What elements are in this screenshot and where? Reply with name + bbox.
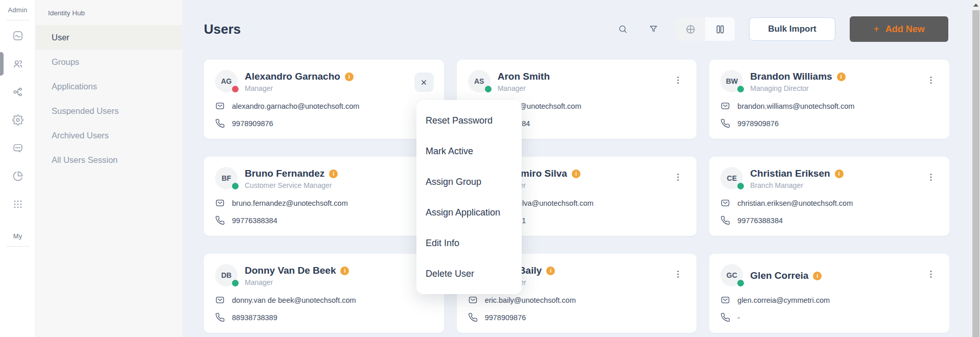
add-new-button[interactable]: + Add New <box>850 16 948 42</box>
menu-item[interactable]: Edit Info <box>416 228 522 258</box>
kebab-menu-icon[interactable] <box>922 265 940 283</box>
apps-icon[interactable] <box>12 198 24 210</box>
phone-row: - <box>720 312 939 322</box>
sidebar-item[interactable]: User <box>36 25 182 50</box>
sidebar-item[interactable]: Archived Users <box>36 123 182 148</box>
close-icon[interactable] <box>414 73 434 92</box>
info-badge-icon: i <box>546 267 555 275</box>
phone-icon <box>215 312 225 322</box>
rail-active-indicator <box>0 52 4 76</box>
sidebar-item-label: Groups <box>52 57 79 67</box>
avatar: GC <box>720 264 743 286</box>
envelope-icon <box>720 198 730 208</box>
menu-item[interactable]: Assign Group <box>416 166 522 197</box>
envelope-icon <box>215 198 225 208</box>
user-card: BW Brandon Williams i Managing Director <box>709 60 949 139</box>
main-content: Users Bulk Import + Add New <box>182 0 980 337</box>
info-badge-icon: i <box>837 73 846 81</box>
user-phone: 99776388384 <box>737 216 783 225</box>
phone-row: 9978909876 <box>215 118 434 128</box>
sidebar-item-label: Applications <box>52 82 97 91</box>
user-identity: Donny Van De Beek i Manager <box>245 264 349 287</box>
avatar: CE <box>720 167 743 189</box>
pie-chart-icon[interactable] <box>12 170 24 182</box>
info-badge-icon: i <box>835 170 844 178</box>
sidebar-item[interactable]: Suspended Users <box>36 99 182 123</box>
email-row: christian.eriksen@unotechsoft.com <box>720 198 939 208</box>
grid-view-icon[interactable] <box>675 17 705 41</box>
user-identity: Brandon Williams i Managing Director <box>750 70 845 93</box>
sidebar-item[interactable]: All Users Session <box>36 148 182 172</box>
user-role: Managing Director <box>750 84 845 92</box>
card-header: DB Donny Van De Beek i Manager <box>215 264 434 287</box>
org-chart-icon[interactable] <box>12 86 24 98</box>
user-card: CE Christian Eriksen i Branch Manager <box>709 157 949 236</box>
status-dot <box>232 280 239 286</box>
email-row: alexandro.garnacho@unotechsoft.com <box>215 101 434 111</box>
phone-icon <box>215 215 225 225</box>
user-role: Manager <box>245 278 349 286</box>
info-badge-icon: i <box>329 170 338 178</box>
sidebar-item[interactable]: Groups <box>36 50 182 74</box>
kebab-menu-icon[interactable] <box>669 71 687 89</box>
avatar: DB <box>215 264 238 286</box>
envelope-icon <box>720 101 730 111</box>
user-card: DB Donny Van De Beek i Manager <box>204 254 444 333</box>
user-email: donny.van de beek@unotechsoft.com <box>232 296 356 304</box>
user-name: Glen Correia <box>750 270 808 281</box>
dashboard-icon[interactable] <box>12 30 24 42</box>
user-card: GC Glen Correia i glen <box>709 254 949 333</box>
user-name: Christian Eriksen <box>750 168 830 179</box>
sidebar-item[interactable]: Applications <box>36 74 182 99</box>
scrollbar-thumb[interactable] <box>972 10 979 337</box>
user-role: Customer Service Manager <box>245 181 338 189</box>
phone-row: 88938738389 <box>215 312 434 322</box>
search-icon[interactable] <box>614 20 632 38</box>
sidebar-title: Identity Hub <box>36 5 182 25</box>
user-phone: 9978909876 <box>737 119 779 128</box>
user-name: Alexandro Garnacho <box>245 71 340 82</box>
sidebar-item-label: All Users Session <box>52 155 118 165</box>
kebab-menu-icon[interactable] <box>669 168 687 186</box>
users-icon[interactable] <box>12 58 24 70</box>
menu-item[interactable]: Assign Application <box>416 197 522 228</box>
user-card: AG Alexandro Garnacho i Manager <box>204 60 444 139</box>
user-email: brandon.williams@unotechsoft.com <box>737 102 854 110</box>
user-role: Branch Manager <box>750 181 843 189</box>
user-phone: 9978909876 <box>485 314 526 322</box>
settings-icon[interactable] <box>12 114 24 126</box>
menu-item[interactable]: Delete User <box>416 258 522 289</box>
filter-icon[interactable] <box>645 20 662 38</box>
user-phone: 88938738389 <box>232 314 277 322</box>
phone-icon <box>720 312 730 322</box>
column-view-icon[interactable] <box>705 17 735 41</box>
phone-icon <box>468 312 478 322</box>
envelope-icon <box>215 101 225 111</box>
sidebar-item-label: Archived Users <box>52 131 109 140</box>
menu-item[interactable]: Mark Active <box>416 136 522 166</box>
page-title: Users <box>204 21 601 37</box>
envelope-icon <box>720 295 730 305</box>
card-header: AS Aron Smith i Manager <box>468 70 687 93</box>
status-dot <box>232 86 239 92</box>
user-card-grid: AG Alexandro Garnacho i Manager <box>182 42 980 333</box>
user-name: Aron Smith <box>498 71 550 82</box>
bulk-import-button[interactable]: Bulk Import <box>749 17 835 41</box>
chat-icon[interactable] <box>12 142 24 154</box>
sidebar-item-label: Suspended Users <box>52 106 119 116</box>
info-badge-icon: i <box>572 170 580 178</box>
user-identity: Bruno Fernandez i Customer Service Manag… <box>245 167 338 190</box>
app-window: Admin My Identity Hub <box>0 0 980 337</box>
scrollbar <box>972 0 980 337</box>
kebab-menu-icon[interactable] <box>669 265 687 283</box>
menu-item[interactable]: Reset Password <box>416 105 522 136</box>
user-role: Manager <box>498 84 550 92</box>
kebab-menu-icon[interactable] <box>922 168 940 186</box>
scroll-up-arrow-icon[interactable] <box>972 0 980 10</box>
user-email: eric.baily@unotechsoft.com <box>485 296 576 304</box>
kebab-menu-icon[interactable] <box>922 71 940 89</box>
user-card: BF Bruno Fernandez i Customer Service Ma… <box>204 157 444 236</box>
icon-rail: Admin My <box>0 0 36 337</box>
avatar: AG <box>215 70 238 92</box>
email-row: eric.baily@unotechsoft.com <box>468 295 687 305</box>
